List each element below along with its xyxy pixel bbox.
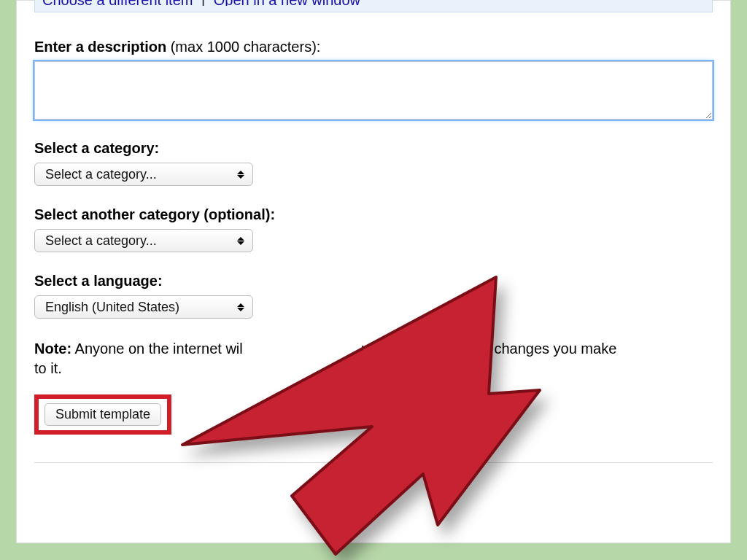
choose-different-item-link[interactable]: Choose a different item (42, 0, 193, 6)
description-label-bold: Enter a description (34, 39, 166, 55)
submit-highlight-box: Submit template (34, 394, 171, 435)
info-box-links: Choose a different item | Open in a new … (42, 0, 705, 6)
description-label-hint: (max 1000 characters): (166, 39, 320, 55)
category1-section: Select a category: Select a category... (34, 140, 713, 186)
content-area: Choose a different item | Open in a new … (17, 1, 730, 463)
category2-label-text: Select another category (optional): (34, 206, 275, 222)
open-new-window-link[interactable]: Open in a new window (214, 0, 360, 6)
updown-icon (236, 303, 245, 311)
language-section: Select a language: English (United State… (34, 273, 713, 319)
category2-section: Select another category (optional): Sele… (34, 206, 713, 252)
divider (34, 462, 713, 463)
updown-icon (236, 237, 245, 245)
category2-select[interactable]: Select a category... (34, 229, 253, 252)
note-section: Note: Anyone on the internet will be abl… (34, 339, 713, 435)
submit-template-button[interactable]: Submit template (44, 403, 161, 426)
language-selected-text: English (United States) (45, 300, 229, 315)
category1-select[interactable]: Select a category... (34, 163, 253, 186)
category2-selected-text: Select a category... (45, 233, 229, 249)
info-box: Choose a different item | Open in a new … (34, 0, 713, 12)
language-label-text: Select a language: (34, 273, 163, 289)
language-select[interactable]: English (United States) (34, 295, 253, 319)
note-bold: Note: (34, 341, 71, 357)
description-section: Enter a description (max 1000 characters… (34, 39, 713, 120)
link-separator: | (197, 0, 209, 6)
description-label: Enter a description (max 1000 characters… (34, 39, 713, 55)
note-before: Anyone on the internet wil (71, 341, 243, 357)
page-panel: Choose a different item | Open in a new … (16, 0, 731, 543)
submit-wrap: Submit template (34, 394, 171, 435)
category2-label: Select another category (optional): (34, 206, 713, 223)
category1-label: Select a category: (34, 140, 713, 157)
category1-selected-text: Select a category... (45, 167, 229, 182)
description-textarea[interactable] (34, 61, 713, 120)
category1-label-text: Select a category: (34, 140, 159, 156)
updown-icon (236, 171, 245, 179)
note-text: Note: Anyone on the internet will be abl… (34, 339, 632, 378)
language-label: Select a language: (34, 273, 713, 289)
